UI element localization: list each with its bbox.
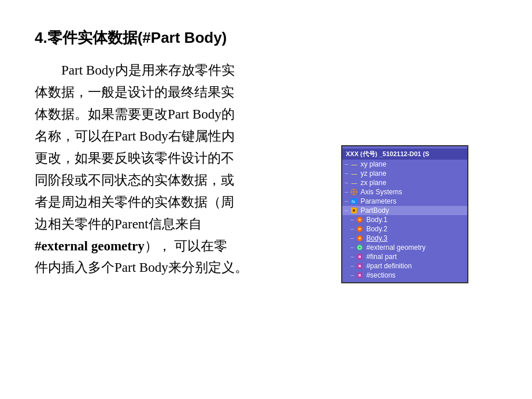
text-line6: 同阶段或不同状态的实体数据，或 <box>35 173 234 187</box>
text-line5: 更改，如果要反映该零件设计的不 <box>35 151 234 165</box>
body2-label: Body.2 <box>366 225 387 233</box>
svg-text:fx: fx <box>352 199 355 204</box>
ext-geom-label: #external geometry <box>366 243 426 252</box>
expand-icon: ─ <box>345 198 348 204</box>
zx-plane-label: zx plane <box>360 179 386 187</box>
xy-plane-icon: — <box>349 160 359 168</box>
expand-icon: ─ <box>350 226 354 232</box>
text-line2: 体数据，一般是设计的最终结果实 <box>35 85 234 99</box>
zx-plane-icon: — <box>349 179 359 187</box>
text-line7: 者是周边相关零件的实体数据（周 <box>35 195 234 209</box>
tree-item-axis-systems: ─ Axis Systems <box>342 187 467 197</box>
partbody-icon <box>349 206 359 215</box>
text-line9-mid: ）， 可以在零 <box>145 239 228 253</box>
part-def-label: #part definition <box>366 262 412 270</box>
expand-icon: ─ <box>345 189 348 195</box>
svg-point-10 <box>359 228 361 230</box>
expand-icon: ─ <box>345 180 348 186</box>
body1-label: Body.1 <box>366 216 387 224</box>
body3-label: Body.3 <box>366 234 387 242</box>
expand-icon: ─ <box>350 254 354 260</box>
body2-icon <box>355 225 364 233</box>
tree-item-parameters: ─ fx Parameters <box>342 197 467 206</box>
text-line3: 体数据。如果需要更改Part Body的 <box>35 107 235 121</box>
ext-geom-icon <box>355 243 364 252</box>
expand-icon: ─ <box>350 217 354 223</box>
section-heading: 4.零件实体数据(#Part Body) <box>35 28 497 48</box>
text-line4: 名称，可以在Part Body右键属性内 <box>35 129 235 143</box>
svg-point-8 <box>359 219 361 221</box>
expand-icon: ─ <box>350 245 354 250</box>
tree-item-body3: ─ Body.3 <box>342 234 467 243</box>
sections-icon <box>355 271 364 279</box>
tree-item-final-part: ─ #final part <box>342 252 467 261</box>
yz-plane-icon: — <box>349 169 359 178</box>
tree-item-body2: ─ Body.2 <box>342 224 467 234</box>
expand-icon: ─ <box>345 208 348 213</box>
svg-rect-6 <box>353 209 355 212</box>
parameters-label: Parameters <box>360 197 396 205</box>
expand-icon: ─ <box>350 235 354 241</box>
final-part-icon <box>355 253 364 261</box>
text-line1: Part Body内是用来存放零件实 <box>35 63 235 77</box>
tree-item-zx-plane: ─ — zx plane <box>342 178 467 187</box>
tree-item-ext-geom: ─ #external geometry <box>342 243 467 252</box>
tree-item-body1: ─ Body.1 <box>342 215 467 224</box>
page-content: 4.零件实体数据(#Part Body) Part Body内是用来存放零件实 … <box>0 0 532 302</box>
text-line8: 边相关零件的Parent信息来自 <box>35 217 202 231</box>
axis-systems-label: Axis Systems <box>360 188 402 196</box>
axis-systems-icon <box>349 188 359 196</box>
tree-item-part-def: ─ #part definition <box>342 261 467 271</box>
tree-item-partbody: ─ PartBody <box>342 206 467 215</box>
svg-rect-20 <box>359 274 361 276</box>
final-part-label: #final part <box>366 253 397 261</box>
expand-icon: ─ <box>350 272 354 278</box>
parameters-icon: fx <box>349 197 359 205</box>
tree-item-yz-plane: ─ — yz plane <box>342 169 467 178</box>
partbody-label: PartBody <box>360 206 389 215</box>
tree-title: XXX (代号) _5102112-D01 (S <box>342 149 467 160</box>
expand-icon: ─ <box>345 171 348 176</box>
yz-plane-label: yz plane <box>360 169 386 178</box>
tree-item-xy-plane: ─ — xy plane <box>342 160 467 169</box>
text-ext-geom: #external geometry <box>35 239 145 253</box>
expand-icon: ─ <box>350 263 354 269</box>
xy-plane-label: xy plane <box>360 160 386 168</box>
text-line10: 件内插入多个Part Body来分别定义。 <box>35 260 248 275</box>
svg-rect-18 <box>359 265 361 267</box>
body1-icon <box>355 216 364 224</box>
expand-icon: ─ <box>345 161 348 167</box>
tree-item-sections: ─ #sections <box>342 271 467 280</box>
sections-label: #sections <box>366 271 396 279</box>
svg-point-12 <box>359 237 361 239</box>
part-def-icon <box>355 262 364 270</box>
svg-rect-16 <box>359 256 361 258</box>
body3-icon <box>355 234 364 242</box>
tree-panel: XXX (代号) _5102112-D01 (S ─ — xy plane ─ … <box>341 145 468 283</box>
